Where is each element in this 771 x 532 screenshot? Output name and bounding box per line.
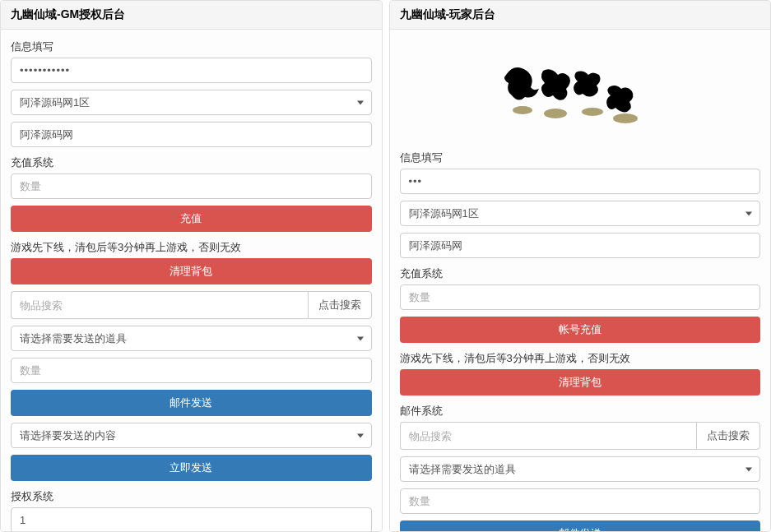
item-select[interactable]: 请选择需要发送的道具 [400,456,761,482]
quantity-input[interactable] [400,285,761,310]
player-panel-header: 九幽仙域-玩家后台 [390,1,771,30]
auth-label: 授权系统 [11,489,372,504]
item-search-input[interactable] [400,422,697,450]
warning-text: 游戏先下线，清包后等3分钟再上游戏，否则无效 [400,351,761,366]
recharge-button[interactable]: 充值 [11,206,372,232]
item-search-input[interactable] [11,291,308,319]
player-panel: 九幽仙域-玩家后台 信息填写 [389,0,772,532]
quantity2-input[interactable] [400,488,761,514]
content-select[interactable]: 请选择要发送的内容 [11,423,372,448]
logo-area [400,38,761,149]
region-select[interactable]: 阿泽源码网1区 [400,201,761,226]
send-now-button[interactable]: 立即发送 [11,455,372,481]
recharge-label: 充值系统 [11,155,372,170]
gm-panel-body: 信息填写 阿泽源码网1区 充值系统 充值 游戏先下线，清包后等3分钟再上游戏，否… [1,30,382,531]
mail-send-button[interactable]: 邮件发送 [400,520,761,531]
player-panel-body: 信息填写 阿泽源码网1区 充值系统 帐号充值 游戏先下线，清包后等3分钟再上游戏… [390,30,771,531]
gm-panel: 九幽仙域-GM授权后台 信息填写 阿泽源码网1区 充值系统 充值 游戏先下线，清… [0,0,383,532]
game-logo-icon [494,54,666,128]
quantity-input[interactable] [11,173,372,199]
svg-point-1 [544,109,567,118]
warning-text: 游戏先下线，清包后等3分钟再上游戏，否则无效 [11,240,372,255]
svg-point-0 [513,106,532,114]
password-input[interactable] [11,58,372,83]
clear-bag-button[interactable]: 清理背包 [400,369,761,396]
region-select[interactable]: 阿泽源码网1区 [11,90,372,115]
search-button[interactable]: 点击搜索 [696,422,760,450]
account-input[interactable] [400,233,761,258]
gm-panel-header: 九幽仙域-GM授权后台 [1,1,382,30]
account-input[interactable] [11,122,372,147]
password-input[interactable] [400,169,761,194]
quantity2-input[interactable] [11,358,372,383]
mail-label: 邮件系统 [400,404,761,419]
mail-send-button[interactable]: 邮件发送 [11,390,372,416]
clear-bag-button[interactable]: 清理背包 [11,258,372,285]
svg-point-3 [613,113,638,123]
search-button[interactable]: 点击搜索 [308,291,372,319]
recharge-label: 充值系统 [400,266,761,281]
item-select[interactable]: 请选择需要发送的道具 [11,326,372,351]
account-recharge-button[interactable]: 帐号充值 [400,317,761,343]
info-label: 信息填写 [11,39,372,54]
auth-input[interactable] [11,507,372,531]
svg-point-2 [582,108,603,116]
info-label: 信息填写 [400,150,761,165]
